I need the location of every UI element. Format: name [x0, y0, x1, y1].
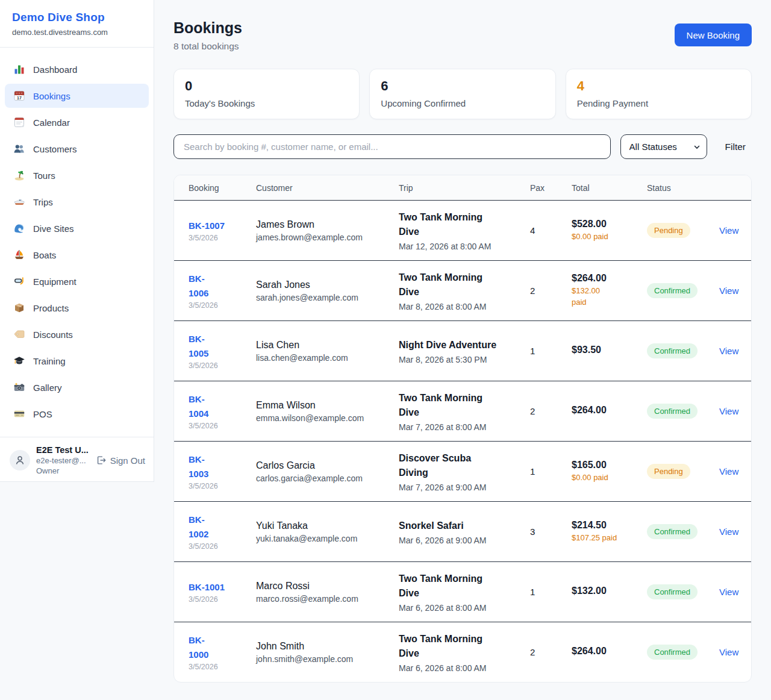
view-link[interactable]: View: [719, 647, 738, 657]
sidebar-item-label: Bookings: [33, 91, 70, 101]
sidebar-item-trips[interactable]: Trips: [5, 190, 149, 214]
table-row: BK-10013/5/2026 Marco Rossimarco.rossi@e…: [174, 561, 751, 622]
booking-date: 3/5/2026: [189, 422, 249, 430]
page-header: Bookings 8 total bookings New Booking: [173, 19, 752, 52]
table-row: BK- 10023/5/2026 Yuki Tanakayuki.tanaka@…: [174, 501, 751, 561]
table-row: BK-10073/5/2026 James Brownjames.brown@e…: [174, 200, 751, 260]
trip-datetime: Mar 6, 2026 at 8:00 AM: [399, 603, 523, 613]
table-row: BK- 10043/5/2026 Emma Wilsonemma.wilson@…: [174, 381, 751, 441]
pax-count: 1: [530, 587, 572, 597]
sidebar-item-gallery[interactable]: Gallery: [5, 375, 149, 399]
status-badge: Pending: [647, 223, 690, 238]
user-panel: E2E Test U... e2e-tester@... Owner Sign …: [0, 437, 154, 482]
column-header-customer: Customer: [256, 183, 399, 193]
sidebar-item-bookings[interactable]: 17 Bookings: [5, 84, 149, 108]
graduation-cap-icon: [13, 355, 25, 367]
booking-id-link[interactable]: BK- 1003: [189, 452, 249, 481]
booking-date: 3/5/2026: [189, 595, 249, 604]
stat-value: 0: [185, 79, 348, 93]
stat-card-upcoming-confirmed: 6 Upcoming Confirmed: [369, 69, 555, 119]
sidebar-item-dashboard[interactable]: Dashboard: [5, 57, 149, 81]
booking-id-link[interactable]: BK- 1004: [189, 392, 249, 420]
sidebar-item-products[interactable]: Products: [5, 296, 149, 320]
sign-out-button[interactable]: Sign Out: [96, 455, 145, 466]
booking-id-link[interactable]: BK-1007: [189, 219, 249, 233]
booking-date: 3/5/2026: [189, 361, 249, 370]
view-link[interactable]: View: [719, 466, 738, 477]
view-link[interactable]: View: [719, 346, 738, 356]
table-row: BK- 10063/5/2026 Sarah Jonessarah.jones@…: [174, 260, 751, 320]
stat-card-todays-bookings: 0 Today's Bookings: [173, 69, 360, 119]
sidebar-item-label: Customers: [33, 144, 77, 154]
view-link[interactable]: View: [719, 406, 738, 416]
view-link[interactable]: View: [719, 527, 738, 537]
customer-email: james.brown@example.com: [256, 233, 392, 242]
status-badge: Confirmed: [647, 584, 698, 599]
island-icon: [13, 169, 25, 181]
sidebar-item-label: Boats: [33, 250, 56, 260]
trip-title: Snorkel Safari: [399, 519, 523, 533]
table-row: BK- 10053/5/2026 Lisa Chenlisa.chen@exam…: [174, 320, 751, 381]
booking-id-link[interactable]: BK- 1000: [189, 633, 249, 661]
trip-title: Two Tank Morning Dive: [399, 210, 523, 239]
booking-date: 3/5/2026: [189, 663, 249, 671]
sidebar-item-label: Products: [33, 303, 69, 313]
new-booking-button[interactable]: New Booking: [675, 23, 752, 46]
total-amount: $132.00: [572, 586, 640, 596]
sidebar-item-tours[interactable]: Tours: [5, 163, 149, 187]
stats-row: 0 Today's Bookings 6 Upcoming Confirmed …: [173, 69, 752, 119]
trip-datetime: Mar 8, 2026 at 5:30 PM: [399, 355, 523, 364]
column-header-total: Total: [572, 183, 647, 193]
total-amount: $93.50: [572, 345, 640, 355]
sidebar-item-training[interactable]: Training: [5, 349, 149, 373]
booking-id-link[interactable]: BK- 1005: [189, 332, 249, 360]
stat-label: Pending Payment: [577, 98, 740, 108]
pax-count: 2: [530, 406, 572, 416]
tag-icon: [13, 328, 25, 340]
sidebar-item-boats[interactable]: Boats: [5, 243, 149, 267]
booking-id-link[interactable]: BK- 1002: [189, 513, 249, 541]
customer-email: john.smith@example.com: [256, 654, 392, 664]
total-amount: $264.00: [572, 405, 640, 416]
column-header-status: Status: [647, 183, 719, 193]
speedboat-icon: [13, 196, 25, 208]
customer-email: sarah.jones@example.com: [256, 293, 392, 302]
customer-name: Lisa Chen: [256, 340, 392, 351]
customer-name: Sarah Jones: [256, 280, 392, 290]
credit-card-icon: [13, 408, 25, 420]
people-icon: [13, 143, 25, 155]
booking-id-link[interactable]: BK- 1006: [189, 272, 249, 300]
sidebar-item-label: POS: [33, 409, 52, 419]
table-row: BK- 10003/5/2026 John Smithjohn.smith@ex…: [174, 622, 751, 682]
sidebar-item-label: Dive Sites: [33, 223, 74, 234]
filter-button[interactable]: Filter: [725, 142, 746, 152]
customer-name: James Brown: [256, 219, 392, 230]
sidebar-item-dive-sites[interactable]: Dive Sites: [5, 216, 149, 240]
status-badge: Pending: [647, 464, 690, 479]
status-badge: Confirmed: [647, 343, 698, 358]
view-link[interactable]: View: [719, 225, 738, 236]
pax-count: 2: [530, 647, 572, 657]
sailboat-icon: [13, 249, 25, 261]
trip-title: Two Tank Morning Dive: [399, 632, 523, 661]
booking-id-link[interactable]: BK-1001: [189, 580, 249, 594]
customer-name: Marco Rossi: [256, 581, 392, 592]
column-header-pax: Pax: [530, 183, 572, 193]
status-select[interactable]: All Statuses: [620, 134, 707, 159]
sidebar-item-pos[interactable]: POS: [5, 402, 149, 426]
trip-title: Two Tank Morning Dive: [399, 572, 523, 601]
sidebar-item-customers[interactable]: Customers: [5, 137, 149, 161]
sidebar-item-equipment[interactable]: Equipment: [5, 269, 149, 293]
stat-label: Today's Bookings: [185, 98, 348, 108]
paid-amount: $107.25 paid: [572, 533, 640, 544]
user-role: Owner: [36, 466, 89, 475]
brand-name: Demo Dive Shop: [12, 11, 142, 24]
view-link[interactable]: View: [719, 286, 738, 296]
view-link[interactable]: View: [719, 587, 738, 597]
sidebar-item-calendar[interactable]: Calendar: [5, 110, 149, 134]
calendar-date-icon: 17: [13, 90, 25, 102]
search-input[interactable]: [173, 134, 611, 159]
trip-datetime: Mar 6, 2026 at 9:00 AM: [399, 536, 523, 545]
avatar: [10, 450, 30, 470]
sidebar-item-discounts[interactable]: Discounts: [5, 322, 149, 346]
